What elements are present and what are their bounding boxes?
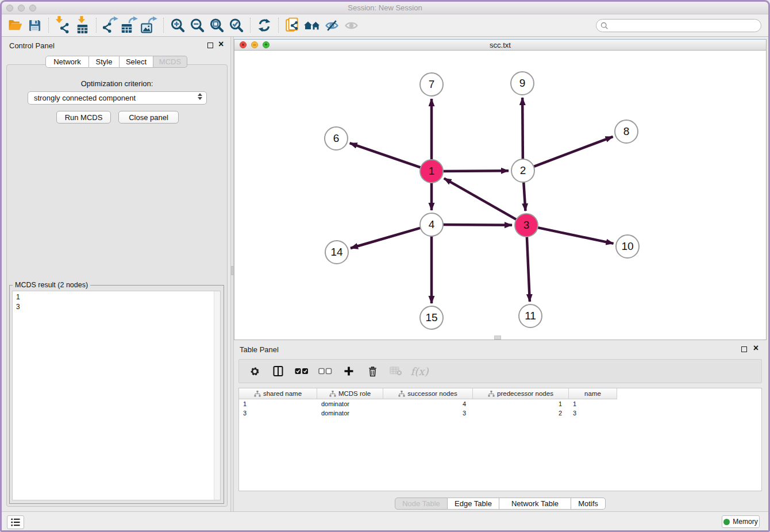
table-cell[interactable]: 1 xyxy=(239,399,317,408)
graph-edge-1-6[interactable] xyxy=(350,143,421,168)
graph-node-14[interactable]: 14 xyxy=(325,240,349,264)
graph-node-10[interactable]: 10 xyxy=(615,234,640,259)
graph-edge-2-8[interactable] xyxy=(533,137,613,167)
refresh-icon[interactable] xyxy=(255,16,274,34)
zoom-out-icon[interactable] xyxy=(187,16,207,34)
graph-edge-4-3[interactable] xyxy=(442,225,512,225)
graph-edges xyxy=(234,51,766,340)
clear-all-checkboxes-icon[interactable] xyxy=(318,364,333,379)
graph-node-1[interactable]: 1 xyxy=(419,159,444,183)
column-selector-icon[interactable] xyxy=(271,364,286,379)
float-panel-icon[interactable] xyxy=(207,43,213,48)
save-session-icon[interactable] xyxy=(25,16,44,34)
column-header-shared-name[interactable]: shared name xyxy=(239,388,317,399)
graph-edge-3-10[interactable] xyxy=(537,228,614,244)
memory-button[interactable]: Memory xyxy=(722,515,760,528)
open-session-icon[interactable] xyxy=(5,16,25,34)
export-network-icon[interactable] xyxy=(101,16,120,34)
table-cell[interactable]: 3 xyxy=(239,408,317,418)
mcds-result-area[interactable]: 1 3 xyxy=(12,291,221,500)
table-row-1[interactable]: 3dominator323 xyxy=(239,408,761,418)
import-table-icon[interactable] xyxy=(72,16,92,34)
table-cell[interactable]: 1 xyxy=(473,399,569,408)
select-all-checkboxes-icon[interactable] xyxy=(294,364,309,379)
zoom-fit-icon[interactable] xyxy=(207,16,226,34)
zoom-in-icon[interactable] xyxy=(168,16,187,34)
table-cell[interactable]: dominator xyxy=(317,399,383,408)
column-header-predecessor-nodes[interactable]: predecessor nodes xyxy=(473,388,569,399)
table-body: 1dominator4113dominator323 xyxy=(239,399,761,418)
column-header-name[interactable]: name xyxy=(569,388,617,399)
column-type-icon xyxy=(488,391,495,397)
graph-node-15[interactable]: 15 xyxy=(419,306,444,330)
settings-gear-icon[interactable] xyxy=(247,364,262,379)
table-tabs: Node Table Edge Table Network Table Moti… xyxy=(395,498,606,510)
tab-network-table[interactable]: Network Table xyxy=(499,498,571,510)
export-image-icon[interactable] xyxy=(140,16,159,34)
clone-network-icon[interactable] xyxy=(283,16,302,34)
graph-edge-3-1[interactable] xyxy=(444,178,517,219)
graph-node-11[interactable]: 11 xyxy=(518,304,542,328)
close-panel-icon[interactable]: × xyxy=(218,41,224,47)
table-cell[interactable]: 1 xyxy=(569,399,617,408)
tab-style[interactable]: Style xyxy=(89,56,120,68)
delete-row-icon[interactable] xyxy=(365,364,380,379)
table-cell[interactable]: dominator xyxy=(317,408,383,418)
task-history-button[interactable] xyxy=(7,515,24,529)
column-header-successor-nodes[interactable]: successor nodes xyxy=(383,388,473,399)
control-panel: Control Panel × Network Style Select MCD… xyxy=(2,37,230,511)
graph-edge-2-3[interactable] xyxy=(523,182,525,211)
table-cell[interactable]: 4 xyxy=(383,399,473,408)
import-network-icon[interactable] xyxy=(53,16,72,34)
tab-motifs[interactable]: Motifs xyxy=(571,498,606,510)
table-cell[interactable]: 3 xyxy=(569,408,617,418)
mcds-result-group: MCDS result (2 nodes) 1 3 xyxy=(9,285,224,504)
graph-node-8[interactable]: 8 xyxy=(614,119,638,144)
window-title: Session: New Session xyxy=(2,3,768,12)
memory-status-icon xyxy=(723,519,730,525)
search-input[interactable] xyxy=(596,19,761,32)
graph-node-7[interactable]: 7 xyxy=(419,72,444,97)
close-panel-button[interactable]: Close panel xyxy=(118,111,179,124)
graph-edge-3-11[interactable] xyxy=(527,236,530,302)
result-scrollbar[interactable] xyxy=(214,291,220,500)
tab-edge-table[interactable]: Edge Table xyxy=(448,498,499,510)
graph-node-9[interactable]: 9 xyxy=(510,71,534,95)
add-row-icon[interactable] xyxy=(341,364,356,379)
tab-node-table[interactable]: Node Table xyxy=(395,498,448,510)
toolbar-separator xyxy=(48,18,49,33)
criterion-value: strongly connected component xyxy=(34,94,136,102)
table-cell[interactable]: 3 xyxy=(383,408,473,418)
graph-node-3[interactable]: 3 xyxy=(514,213,538,237)
graph-edge-4-14[interactable] xyxy=(351,228,421,248)
delete-table-icon xyxy=(388,364,403,379)
run-mcds-button[interactable]: Run MCDS xyxy=(56,111,111,124)
zoom-selected-icon[interactable] xyxy=(226,16,246,34)
tab-mcds[interactable]: MCDS xyxy=(153,56,187,68)
graph-edge-2-9[interactable] xyxy=(522,98,523,160)
table-toolbar: f(x) xyxy=(238,359,762,383)
network-canvas[interactable]: 7968124314101511 xyxy=(234,51,766,340)
export-table-icon[interactable] xyxy=(120,16,140,34)
criterion-dropdown[interactable]: strongly connected component xyxy=(28,91,207,105)
graph-node-4[interactable]: 4 xyxy=(419,213,444,237)
graph-edge-1-2[interactable] xyxy=(442,171,509,171)
list-icon xyxy=(10,518,21,527)
graph-node-6[interactable]: 6 xyxy=(324,126,348,151)
splitter-grip[interactable] xyxy=(231,266,233,275)
toolbar-separator xyxy=(163,18,164,33)
close-table-panel-icon[interactable]: × xyxy=(753,345,759,351)
network-window: × − + scc.txt 7968124314101511 xyxy=(234,39,767,340)
table-cell[interactable]: 2 xyxy=(473,408,569,418)
tab-network[interactable]: Network xyxy=(45,56,89,68)
horizontal-splitter-grip[interactable] xyxy=(494,336,501,340)
tab-select[interactable]: Select xyxy=(120,56,153,68)
mcds-result-title: MCDS result (2 nodes) xyxy=(13,281,90,289)
graph-node-2[interactable]: 2 xyxy=(511,159,535,183)
float-table-panel-icon[interactable] xyxy=(741,346,747,352)
column-header-mcds-role[interactable]: MCDS role xyxy=(317,388,383,399)
first-neighbors-icon[interactable] xyxy=(302,16,322,34)
control-panel-tabs: Network Style Select MCDS xyxy=(45,56,187,68)
table-row-0[interactable]: 1dominator411 xyxy=(239,399,761,408)
hide-selected-icon[interactable] xyxy=(322,16,341,34)
